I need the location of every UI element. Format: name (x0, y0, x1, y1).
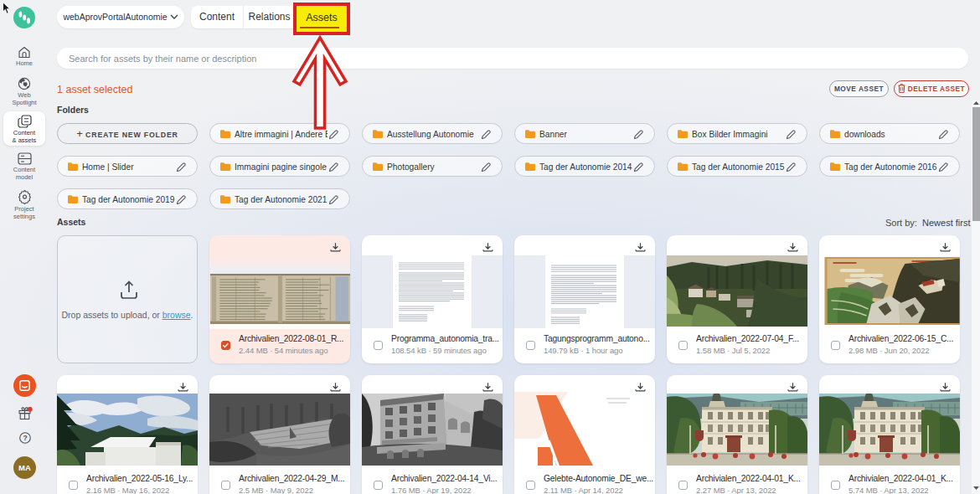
svg-text:MA: MA (18, 463, 31, 472)
svg-text:?: ? (23, 434, 27, 442)
